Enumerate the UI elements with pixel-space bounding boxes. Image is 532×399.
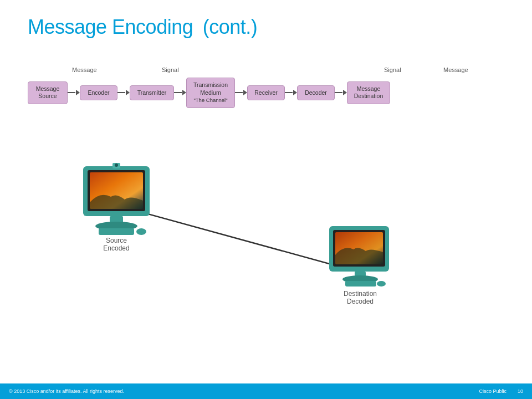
box-message-destination: MessageDestination (347, 81, 390, 104)
illustration-area: Source Encoded Destination Decoded (0, 161, 532, 371)
label-signal-left: Signal (162, 66, 179, 73)
label-message-right: Message (443, 66, 468, 73)
footer: © 2013 Cisco and/or its affiliates. All … (0, 383, 532, 399)
title-accent: (cont.) (203, 16, 258, 38)
box-decoder: Decoder (297, 85, 335, 101)
footer-copyright: © 2013 Cisco and/or its affiliates. All … (9, 388, 124, 394)
dest-label-line1: Destination (344, 290, 377, 298)
title-plain: Message Encoding (28, 16, 193, 38)
label-message-left: Message (72, 66, 97, 73)
source-label-line1: Source (106, 237, 127, 244)
box-transmitter: Transmitter (130, 85, 174, 101)
slide-title: Message Encoding (cont.) (28, 16, 257, 39)
dest-keyboard (345, 281, 376, 287)
box-receiver: Receiver (247, 85, 285, 101)
arrow-1 (68, 89, 80, 96)
arrow-2 (117, 89, 130, 96)
illustration-svg: Source Encoded Destination Decoded (28, 161, 504, 338)
label-signal-right: Signal (384, 66, 401, 73)
source-label-line2: Encoded (103, 244, 129, 252)
footer-classification: Cisco Public (479, 388, 507, 394)
diagram-container: Message Signal Signal Message MessageSou… (28, 66, 504, 155)
arrow-5 (285, 89, 297, 96)
source-mouse (136, 228, 146, 235)
dest-screen-silhouette (335, 248, 383, 264)
arrow-6 (335, 89, 347, 96)
source-keyboard (99, 228, 134, 235)
footer-page-number: 10 (518, 388, 523, 394)
box-message-source: MessageSource (28, 81, 68, 104)
box-transmission-medium: TransmissionMedium"The Channel" (186, 78, 235, 108)
dest-label-line2: Decoded (347, 298, 374, 305)
footer-right: Cisco Public 10 (479, 388, 523, 394)
arrow-4 (235, 89, 247, 96)
dest-mouse (377, 281, 386, 287)
flow-row: MessageSource Encoder Transmitter Transm… (28, 78, 504, 108)
connection-line (136, 211, 357, 272)
box-encoder: Encoder (80, 85, 117, 101)
source-camera-lens (115, 163, 118, 167)
arrow-3 (174, 89, 186, 96)
